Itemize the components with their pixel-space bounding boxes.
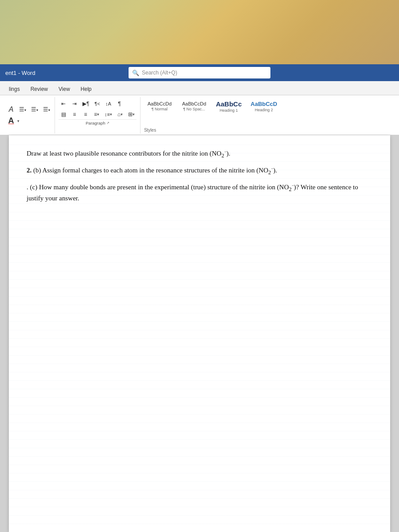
list-indent-icon1: ☰▾ (19, 106, 26, 113)
paragraph-section-label: Paragraph ↗ (59, 119, 137, 125)
ribbon: A ☰▾ ☰▾ ☰▾ A ▾ ⇤ ⇥ ▶¶ ¶< ↕A ¶ (0, 95, 399, 135)
pilcrow-btn[interactable]: ¶< (92, 99, 102, 109)
document-content: Draw at least two plausible resonance co… (27, 149, 372, 203)
border-icon: ⊞ (128, 111, 133, 117)
indent-right-icon: ⇥ (72, 101, 77, 107)
document-area: Draw at least two plausible resonance co… (0, 135, 399, 532)
paragraph-mark-icon: ¶ (118, 101, 121, 107)
paragraph-expand-icon[interactable]: ↗ (106, 121, 110, 125)
font-style-icon: A (6, 105, 16, 114)
indent-left-icon: ⇤ (61, 101, 66, 107)
font-a-dropdown[interactable]: ▾ (17, 119, 20, 123)
style-heading2-label: Heading 2 (255, 108, 273, 112)
line-spacing-icon: ↕≡ (105, 112, 110, 117)
style-heading1-preview: AaBbCc (216, 100, 242, 108)
search-bar[interactable]: 🔍 Search (Alt+Q) (129, 67, 270, 78)
font-controls-row1: A ☰▾ ☰▾ ☰▾ (6, 105, 52, 114)
align-right-btn[interactable]: ≡▾ (92, 110, 102, 119)
style-heading2-preview: AaBbCcD (250, 101, 277, 107)
list-indent-icon3: ☰▾ (43, 106, 50, 113)
tab-review[interactable]: Review (25, 83, 53, 95)
align-right-icon: ≡ (94, 111, 97, 117)
search-placeholder: Search (Alt+Q) (142, 70, 177, 76)
font-section: A ☰▾ ☰▾ ☰▾ A ▾ (4, 97, 55, 133)
tab-help[interactable]: Help (75, 83, 97, 95)
style-normal[interactable]: AaBbCcDd ¶ Normal (144, 100, 175, 113)
indent-left-btn[interactable]: ⇤ (59, 99, 68, 109)
search-icon: 🔍 (132, 70, 139, 76)
style-heading2[interactable]: AaBbCcD Heading 2 (248, 99, 280, 113)
paragraph-label-text: Paragraph (86, 121, 105, 125)
align-left-icon: ≡ (73, 111, 76, 117)
font-a-icon: A (6, 116, 16, 126)
line-spacing-btn[interactable]: ↕≡▾ (103, 110, 114, 119)
style-normal-label: ¶ Normal (152, 107, 168, 111)
align-block-btn[interactable]: ▤ (59, 110, 68, 119)
tab-view[interactable]: View (53, 83, 75, 95)
styles-label-text: Styles (144, 128, 156, 133)
styles-bottom-label: Styles (144, 125, 392, 133)
align-center-icon: ≡ (84, 111, 87, 117)
show-formatting-btn[interactable]: ▶¶ (81, 99, 91, 109)
list-indent-btn1[interactable]: ☰▾ (17, 105, 28, 114)
align-left-btn[interactable]: ≡ (70, 110, 79, 119)
style-no-spacing-label: ¶ No Spac... (183, 107, 205, 111)
style-heading1[interactable]: AaBbCc Heading 1 (213, 99, 244, 114)
shading-btn[interactable]: ⌂▾ (115, 110, 125, 119)
page: Draw at least two plausible resonance co… (9, 135, 390, 532)
style-no-spacing-preview: AaBbCcDd (182, 101, 206, 106)
indent-right-btn[interactable]: ⇥ (70, 99, 79, 109)
pilcrow-icon: ¶< (94, 101, 100, 106)
sort-icon: ↕A (106, 101, 111, 106)
sort-btn[interactable]: ↕A (103, 99, 113, 109)
show-formatting-icon: ▶¶ (82, 101, 89, 107)
align-right-dropdown: ▾ (97, 112, 99, 117)
ribbon-tab-bar: lings Review View Help (0, 81, 399, 95)
shading-icon: ⌂ (117, 111, 121, 117)
border-btn[interactable]: ⊞▾ (126, 110, 137, 119)
paragraph-mark-btn[interactable]: ¶ (114, 99, 124, 109)
font-controls-row2: A ▾ (6, 116, 52, 126)
paragraph-row1: ⇤ ⇥ ▶¶ ¶< ↕A ¶ (59, 99, 137, 109)
app-title: ent1 - Word (5, 70, 35, 76)
tab-mailings[interactable]: lings (4, 83, 25, 95)
style-no-spacing[interactable]: AaBbCcDd ¶ No Spac... (179, 100, 210, 113)
style-normal-preview: AaBbCcDd (148, 101, 172, 106)
paragraph-2: 2. (b) Assign formal charges to each ato… (27, 165, 372, 177)
paragraph-controls: ⇤ ⇥ ▶¶ ¶< ↕A ¶ ▤ ≡ ≡ ≡▾ ↕≡▾ ⌂▾ ⊞▾ (59, 99, 137, 119)
style-heading1-label: Heading 1 (220, 108, 238, 113)
title-bar: ent1 - Word 🔍 Search (Alt+Q) (0, 64, 399, 81)
paragraph-1: Draw at least two plausible resonance co… (27, 149, 372, 160)
styles-section: AaBbCcDd ¶ Normal AaBbCcDd ¶ No Spac... … (141, 97, 395, 133)
paragraph-row2: ▤ ≡ ≡ ≡▾ ↕≡▾ ⌂▾ ⊞▾ (59, 110, 137, 119)
paragraph-section: ⇤ ⇥ ▶¶ ¶< ↕A ¶ ▤ ≡ ≡ ≡▾ ↕≡▾ ⌂▾ ⊞▾ Paragr… (55, 97, 141, 133)
align-center-btn[interactable]: ≡ (81, 110, 90, 119)
list-indent-btn2[interactable]: ☰▾ (29, 105, 40, 114)
list-indent-icon2: ☰▾ (31, 106, 38, 113)
align-block-icon: ▤ (61, 111, 66, 117)
list-indent-btn3[interactable]: ☰▾ (41, 105, 52, 114)
styles-row: AaBbCcDd ¶ Normal AaBbCcDd ¶ No Spac... … (144, 99, 392, 114)
paragraph-3: . (c) How many double bonds are present … (27, 182, 372, 203)
